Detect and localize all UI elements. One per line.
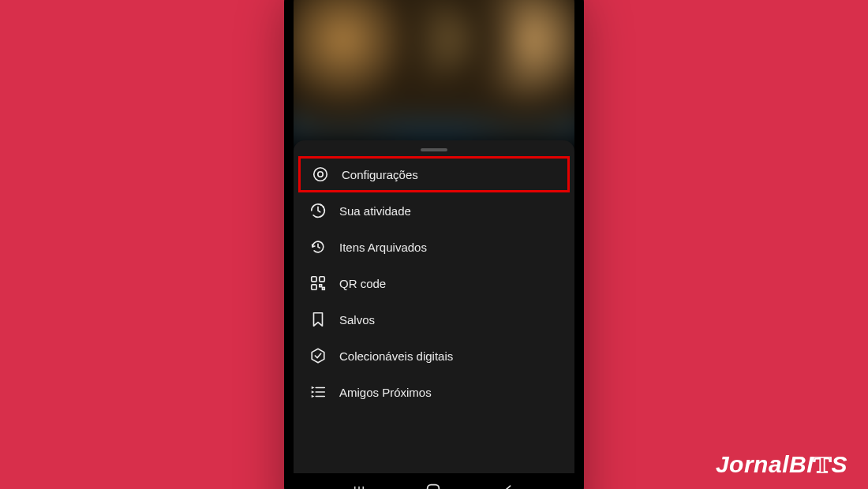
menu-item-qr-code[interactable]: QR code <box>294 265 574 301</box>
watermark-part4: S <box>831 451 847 478</box>
watermark-logo: JornalBITS <box>716 451 847 478</box>
menu-item-label: Sua atividade <box>339 204 411 218</box>
activity-icon <box>309 202 327 219</box>
android-nav-bar <box>294 473 574 489</box>
nav-back-icon[interactable] <box>500 483 516 489</box>
menu-item-label: Salvos <box>339 313 375 327</box>
menu-item-label: QR code <box>339 277 386 290</box>
nav-recent-icon[interactable] <box>352 483 366 489</box>
qr-icon <box>309 274 327 292</box>
svg-rect-4 <box>312 285 316 289</box>
svg-marker-7 <box>312 349 324 362</box>
svg-rect-6 <box>323 288 325 290</box>
closefriends-icon <box>309 383 327 401</box>
svg-rect-3 <box>320 277 324 282</box>
svg-rect-5 <box>320 285 322 287</box>
menu-item-colecionaveis-digitais[interactable]: Colecionáveis digitais <box>294 338 574 374</box>
menu-item-salvos[interactable]: Salvos <box>294 301 574 338</box>
saved-icon <box>309 311 327 328</box>
svg-marker-11 <box>312 386 315 390</box>
blurred-background <box>294 0 574 142</box>
menu-item-label: Itens Arquivados <box>339 241 427 254</box>
menu-item-configuracoes[interactable]: Configurações <box>298 156 570 192</box>
sheet-drag-handle[interactable] <box>421 148 447 151</box>
watermark-part2: BI <box>789 451 814 478</box>
menu-item-sua-atividade[interactable]: Sua atividade <box>294 192 574 229</box>
svg-marker-12 <box>312 390 315 394</box>
settings-icon <box>312 166 329 183</box>
nav-home-icon[interactable] <box>425 482 442 489</box>
svg-point-0 <box>314 168 327 181</box>
bottom-sheet: Configurações Sua atividade <box>294 140 574 473</box>
collectibles-icon <box>309 347 327 364</box>
menu-item-itens-arquivados[interactable]: Itens Arquivados <box>294 229 574 265</box>
svg-rect-2 <box>312 277 316 282</box>
archive-icon <box>309 238 327 256</box>
svg-marker-13 <box>312 395 315 398</box>
menu-item-label: Configurações <box>342 168 418 181</box>
svg-rect-17 <box>428 485 440 489</box>
phone-frame: Configurações Sua atividade <box>284 0 584 489</box>
watermark-part1: Jornal <box>716 451 789 478</box>
watermark-part3: T <box>812 451 832 478</box>
menu-item-label: Amigos Próximos <box>339 386 432 399</box>
menu-item-label: Colecionáveis digitais <box>339 349 453 363</box>
menu-item-amigos-proximos[interactable]: Amigos Próximos <box>294 374 574 410</box>
phone-screen: Configurações Sua atividade <box>294 0 574 489</box>
svg-point-1 <box>318 172 323 177</box>
